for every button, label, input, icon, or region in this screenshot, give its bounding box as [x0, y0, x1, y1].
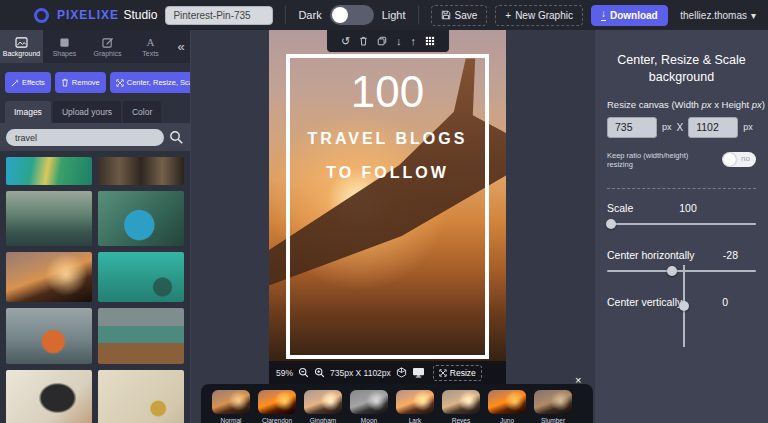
filter-thumb-clarendon [258, 390, 296, 414]
square-icon [59, 37, 70, 48]
expand-arrows-icon [116, 79, 124, 87]
save-button[interactable]: Save [431, 5, 488, 26]
resize-button[interactable]: Resize [433, 365, 482, 381]
subtab-color[interactable]: Color [123, 101, 161, 123]
image-thumb[interactable] [6, 157, 92, 185]
filter-option[interactable]: Juno [488, 390, 526, 423]
caption-px: px [702, 99, 712, 110]
sidebar-tab-bar: Background Shapes Graphics A Texts « [0, 30, 190, 63]
image-thumb[interactable] [98, 252, 184, 302]
filter-name: Reyes [452, 417, 470, 423]
zoom-out-icon[interactable] [298, 367, 309, 378]
move-up-icon[interactable]: ↑ [411, 36, 417, 47]
caption-part: Resize canvas (Width [607, 99, 702, 110]
image-thumb[interactable] [6, 308, 92, 364]
image-results-grid [0, 151, 190, 423]
artwork-line-2: TRAVEL BLOGS [308, 130, 468, 148]
light-label: Light [382, 9, 406, 21]
filter-option[interactable]: Gingham [304, 390, 342, 423]
filter-option[interactable]: Clarendon [258, 390, 296, 423]
design-canvas[interactable]: 100 TRAVEL BLOGS TO FOLLOW [269, 30, 506, 385]
user-menu[interactable]: thelliez.thomas ▾ [680, 10, 756, 21]
center-horizontally-slider-thumb[interactable] [667, 266, 677, 276]
background-actions: Effects Remove Center, Resize, Scale [0, 63, 190, 101]
scale-slider[interactable] [607, 223, 756, 225]
effects-button[interactable]: Effects [5, 72, 51, 93]
resize-button-label: Resize [450, 368, 476, 378]
filter-option[interactable]: Normal [212, 390, 250, 423]
document-title-input[interactable] [165, 6, 273, 25]
duplicate-icon[interactable] [377, 36, 387, 46]
image-thumb[interactable] [98, 370, 184, 423]
panel-title: Center, Resize & Scale background [607, 52, 756, 86]
filter-name: Normal [221, 417, 242, 423]
filter-option[interactable]: Reyes [442, 390, 480, 423]
keep-ratio-toggle[interactable]: no [722, 152, 756, 167]
image-thumb[interactable] [6, 191, 92, 246]
center-resize-scale-label: Center, Resize, Scale [127, 78, 190, 87]
scale-slider-thumb[interactable] [606, 219, 616, 229]
canvas-height-input[interactable] [688, 117, 738, 138]
height-unit-label: px [743, 122, 753, 132]
filter-option[interactable]: Slumber [534, 390, 572, 423]
canvas-dimensions-row: px X px [607, 117, 756, 138]
tab-graphics[interactable]: Graphics [86, 30, 129, 63]
tab-texts-label: Texts [142, 50, 158, 57]
tab-background[interactable]: Background [0, 30, 43, 63]
divider [418, 6, 419, 24]
filter-name: Juno [500, 417, 514, 423]
wand-icon [11, 79, 19, 87]
collapse-sidebar-icon[interactable]: « [172, 30, 190, 63]
keep-ratio-toggle-thumb[interactable] [723, 153, 736, 166]
center-resize-scale-button[interactable]: Center, Resize, Scale [110, 72, 190, 93]
center-vertically-slider[interactable] [683, 265, 685, 347]
new-graphic-label: New Graphic [515, 10, 573, 21]
divider [285, 6, 286, 24]
center-vertically-value: 0 [722, 296, 728, 308]
subtab-upload-yours[interactable]: Upload yours [53, 101, 121, 123]
search-icon[interactable] [169, 130, 184, 145]
center-horizontally-slider[interactable] [607, 270, 756, 272]
tab-texts[interactable]: A Texts [129, 30, 172, 63]
filter-option[interactable]: Lark [396, 390, 434, 423]
download-button[interactable]: ↓ Download [591, 5, 668, 26]
grid-icon[interactable] [425, 36, 435, 46]
properties-panel: Center, Resize & Scale background Resize… [595, 30, 768, 423]
filter-option[interactable]: Moon [350, 390, 388, 423]
center-horizontally-row: Center horizontally -28 [607, 249, 756, 261]
tab-shapes[interactable]: Shapes [43, 30, 86, 63]
brand-name: PIXELIXE [57, 8, 119, 22]
undo-icon[interactable]: ↺ [341, 36, 350, 47]
effects-label: Effects [22, 78, 45, 87]
move-down-icon[interactable]: ↓ [396, 36, 402, 47]
trash-icon[interactable] [359, 36, 368, 46]
remove-label: Remove [72, 78, 100, 87]
canvas-width-input[interactable] [607, 117, 657, 138]
filter-name: Moon [361, 417, 377, 423]
monitor-icon[interactable] [412, 367, 425, 378]
filter-thumb-slumber [534, 390, 572, 414]
theme-toggle[interactable] [330, 5, 374, 25]
image-thumb[interactable] [6, 370, 92, 423]
image-thumb[interactable] [98, 191, 184, 246]
new-graphic-button[interactable]: + New Graphic [495, 5, 583, 26]
subtab-images[interactable]: Images [5, 101, 51, 123]
caption-px: px [752, 99, 762, 110]
remove-button[interactable]: Remove [55, 72, 106, 93]
center-horizontally-value: -28 [723, 249, 738, 261]
canvas-area: ↺ ↓ ↑ 100 TRAVEL BLOGS TO FOLLOW [190, 30, 595, 423]
artwork-line-3: TO FOLLOW [326, 164, 449, 182]
center-vertically-slider-thumb[interactable] [679, 301, 689, 311]
center-vertically-label: Center vertically [607, 296, 682, 308]
keep-ratio-value: no [741, 154, 750, 163]
image-thumb[interactable] [98, 308, 184, 364]
cube-icon[interactable] [396, 367, 407, 378]
image-thumb[interactable] [98, 157, 184, 185]
close-filter-strip-icon[interactable]: × [575, 374, 581, 386]
zoom-in-icon[interactable] [314, 367, 325, 378]
theme-toggle-thumb[interactable] [332, 7, 348, 23]
pixelixe-logo-icon [34, 8, 49, 23]
filter-thumb-moon [350, 390, 388, 414]
image-thumb[interactable] [6, 252, 92, 302]
search-input[interactable] [6, 129, 164, 146]
